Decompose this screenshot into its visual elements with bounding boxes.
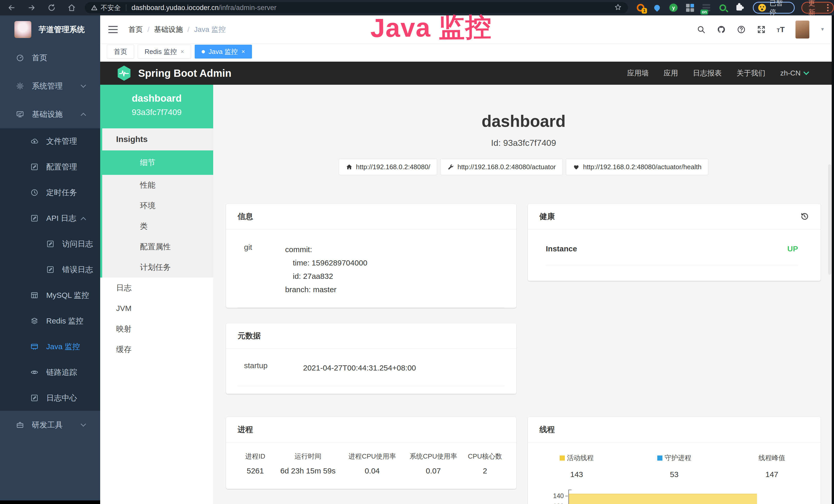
- monitor-icon: [16, 110, 24, 118]
- forward-icon[interactable]: [27, 3, 36, 12]
- actuator-url-button[interactable]: http://192.168.0.2:48080/actuator: [440, 159, 563, 175]
- tab-home[interactable]: 首页: [107, 45, 134, 59]
- extension-icon-puzzle[interactable]: [734, 3, 744, 13]
- sidebar-item-log-center[interactable]: 日志中心: [0, 385, 100, 411]
- user-avatar[interactable]: [795, 21, 809, 39]
- locale-selector[interactable]: zh-CN: [780, 69, 808, 77]
- sba-nav-journal[interactable]: 日志报表: [693, 68, 722, 78]
- heartbeat-icon: [573, 164, 580, 170]
- extension-icon-grid[interactable]: [685, 3, 695, 13]
- sba-brand[interactable]: Spring Boot Admin: [138, 68, 232, 79]
- sidebar-item-label: 基础设施: [32, 109, 63, 120]
- sba-menu-scheduled-tasks[interactable]: 计划任务: [102, 257, 213, 278]
- layers-icon: [30, 317, 39, 325]
- sidebar-item-scheduled-tasks[interactable]: 定时任务: [0, 180, 100, 205]
- github-icon[interactable]: [717, 25, 726, 34]
- sba-nav-applications[interactable]: 应用: [664, 68, 678, 78]
- close-icon[interactable]: ×: [241, 48, 245, 55]
- health-url-button[interactable]: http://192.168.0.2:48080/actuator/health: [566, 159, 708, 175]
- extension-badge: 1: [642, 8, 647, 14]
- sidebar-item-config-mgmt[interactable]: 配置管理: [0, 154, 100, 180]
- sba-menu-caches[interactable]: 缓存: [100, 339, 213, 360]
- extension-icon-switch[interactable]: on: [701, 3, 711, 13]
- bookmark-star-icon[interactable]: [614, 3, 622, 12]
- sba-menu-jvm[interactable]: JVM: [100, 298, 213, 319]
- chevron-down-icon: [81, 83, 86, 88]
- metadata-key: startup: [244, 361, 303, 374]
- sidebar-item-api-logs[interactable]: API 日志: [0, 205, 100, 231]
- info-card-title: 信息: [226, 204, 516, 230]
- extension-icon-colorpicker[interactable]: 1: [636, 3, 645, 13]
- sidebar-item-java-monitor[interactable]: Java 监控: [0, 334, 100, 360]
- chevron-down-icon: [81, 421, 86, 427]
- divider: [126, 4, 126, 11]
- screen: 不安全 dashboard.yudao.iocoder.cn /infra/ad…: [0, 0, 834, 504]
- metadata-card: 元数据 startup 2021-04-27T00:44:31.254+08:0…: [226, 323, 516, 394]
- tab-java-monitor[interactable]: Java 监控×: [195, 45, 252, 59]
- sidebar-item-infrastructure[interactable]: 基础设施: [0, 100, 100, 129]
- breadcrumb-infrastructure[interactable]: 基础设施: [154, 25, 183, 35]
- process-col-header: 进程CPU使用率: [342, 452, 403, 461]
- sidebar-item-access-logs[interactable]: 访问日志: [0, 231, 100, 257]
- history-icon[interactable]: [800, 212, 809, 221]
- sidebar-item-system-mgmt[interactable]: 系统管理: [0, 72, 100, 100]
- sidebar-item-dev-tools[interactable]: 研发工具: [0, 411, 100, 439]
- info-key: git: [244, 243, 285, 296]
- close-icon[interactable]: ×: [180, 48, 184, 55]
- sidebar-item-tracing[interactable]: 链路追踪: [0, 360, 100, 385]
- breadcrumb-home[interactable]: 首页: [128, 25, 143, 35]
- search-icon[interactable]: [697, 25, 706, 34]
- sidebar-item-label: 首页: [32, 53, 47, 63]
- reload-icon[interactable]: [47, 3, 56, 12]
- sba-navbar: Spring Boot Admin 应用墙 应用 日志报表 关于我们 zh-CN: [100, 62, 834, 85]
- sba-nav-wallboard[interactable]: 应用墙: [627, 68, 649, 78]
- help-icon[interactable]: [737, 25, 746, 34]
- info-card: 信息 git commit: time: 1596289704000 id: 2…: [226, 204, 516, 308]
- sidebar-item-redis-monitor[interactable]: Redis 监控: [0, 308, 100, 334]
- active-dot-icon: [202, 50, 205, 53]
- sba-menu-environment[interactable]: 环境: [102, 196, 213, 216]
- url-host[interactable]: dashboard.yudao.iocoder.cn: [132, 4, 219, 12]
- avatar-caret-icon[interactable]: ▼: [820, 27, 825, 32]
- sidebar-item-home[interactable]: 首页: [0, 44, 100, 72]
- extension-icon-pin[interactable]: [652, 3, 662, 13]
- browser-menu-icon[interactable]: [827, 4, 829, 11]
- insights-section-label[interactable]: Insights: [102, 129, 213, 151]
- sidebar-item-error-logs[interactable]: 错误日志: [0, 257, 100, 282]
- table-grid-icon: [30, 291, 39, 299]
- fullscreen-icon[interactable]: [757, 25, 766, 34]
- font-size-icon[interactable]: TT: [777, 25, 785, 34]
- log-edit-icon: [30, 394, 39, 402]
- security-label[interactable]: 不安全: [101, 3, 121, 12]
- sidebar-item-file-mgmt[interactable]: 文件管理: [0, 129, 100, 154]
- sba-menu-config-props[interactable]: 配置属性: [102, 236, 213, 257]
- url-path[interactable]: /infra/admin-server: [219, 4, 277, 12]
- browser-update-button[interactable]: 更新: [802, 2, 834, 14]
- back-icon[interactable]: [7, 3, 16, 12]
- address-bar[interactable]: 不安全 dashboard.yudao.iocoder.cn /infra/ad…: [85, 2, 628, 13]
- sba-nav-about[interactable]: 关于我们: [737, 68, 765, 78]
- tab-redis-monitor[interactable]: Redis 监控×: [138, 45, 191, 59]
- y-axis-tick: 120: [528, 502, 564, 504]
- metadata-card-title: 元数据: [226, 323, 516, 349]
- extension-icon-magnifier[interactable]: [718, 3, 728, 13]
- sba-menu-metrics[interactable]: 性能: [102, 175, 213, 196]
- live-threads-legend-icon: [560, 456, 565, 461]
- profile-paused-chip[interactable]: 已暂停: [753, 2, 795, 14]
- sba-menu-mappings[interactable]: 映射: [100, 319, 213, 339]
- sidebar-item-mysql-monitor[interactable]: MySQL 监控: [0, 282, 100, 308]
- browser-home-icon[interactable]: [67, 3, 76, 12]
- page-subtitle: Id: 93a3fc7f7409: [213, 138, 834, 148]
- hamburger-icon[interactable]: [108, 26, 118, 33]
- sba-menu-logs[interactable]: 日志: [100, 278, 213, 298]
- process-uptime: 6d 23h 15m 59s: [274, 466, 342, 475]
- sba-menu-classes[interactable]: 类: [102, 216, 213, 236]
- sba-menu-details[interactable]: 细节: [100, 151, 213, 175]
- service-url-button[interactable]: http://192.168.0.2:48080/: [339, 159, 437, 175]
- scrollbar[interactable]: [828, 164, 831, 275]
- extension-icon-yudao[interactable]: y: [668, 3, 678, 13]
- window-bottom-strip: [0, 500, 100, 504]
- threads-chart: 140 120 100: [528, 488, 821, 504]
- y-axis-tick: 140: [528, 492, 564, 500]
- daemon-threads-legend-icon: [657, 456, 662, 461]
